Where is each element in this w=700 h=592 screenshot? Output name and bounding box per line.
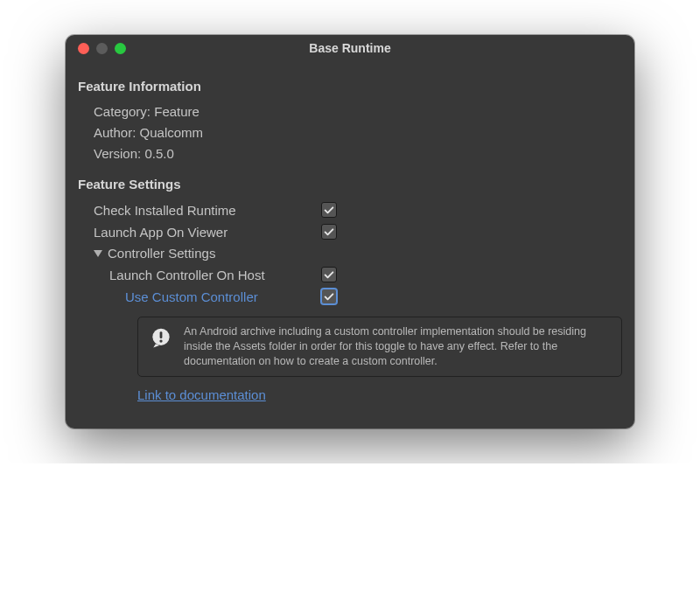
feature-settings-header: Feature Settings bbox=[78, 177, 622, 192]
feature-settings: Check Installed Runtime Launch App On Vi… bbox=[78, 202, 622, 402]
checkmark-icon bbox=[323, 268, 335, 281]
feature-information: Category: Feature Author: Qualcomm Versi… bbox=[78, 104, 622, 161]
author-line: Author: Qualcomm bbox=[94, 125, 622, 140]
feature-information-header: Feature Information bbox=[78, 79, 622, 94]
traffic-lights bbox=[66, 43, 126, 54]
category-label: Category: bbox=[94, 104, 150, 119]
author-value: Qualcomm bbox=[140, 125, 204, 140]
launch-app-on-viewer-row: Launch App On Viewer bbox=[94, 224, 622, 240]
use-custom-controller-row: Use Custom Controller bbox=[94, 289, 622, 304]
version-line: Version: 0.5.0 bbox=[94, 146, 622, 161]
check-installed-runtime-label: Check Installed Runtime bbox=[94, 203, 321, 218]
controller-settings-label: Controller Settings bbox=[108, 246, 215, 261]
help-text: An Android archive including a custom co… bbox=[184, 324, 611, 369]
svg-rect-1 bbox=[160, 331, 163, 338]
checkmark-icon bbox=[323, 290, 335, 303]
author-label: Author: bbox=[94, 125, 136, 140]
minimize-icon[interactable] bbox=[96, 43, 108, 54]
launch-controller-on-host-row: Launch Controller On Host bbox=[94, 267, 622, 282]
controller-settings-foldout[interactable]: Controller Settings bbox=[94, 246, 622, 261]
checkmark-icon bbox=[323, 226, 335, 238]
close-icon[interactable] bbox=[78, 43, 89, 54]
use-custom-controller-checkbox[interactable] bbox=[321, 289, 337, 304]
version-label: Version: bbox=[94, 146, 141, 161]
launch-controller-on-host-checkbox[interactable] bbox=[321, 267, 337, 282]
launch-controller-on-host-label: Launch Controller On Host bbox=[94, 268, 321, 282]
category-value: Feature bbox=[154, 104, 200, 119]
window-title: Base Runtime bbox=[66, 41, 634, 55]
version-value: 0.5.0 bbox=[144, 146, 173, 161]
check-installed-runtime-checkbox[interactable] bbox=[321, 202, 337, 218]
launch-app-on-viewer-checkbox[interactable] bbox=[321, 224, 337, 240]
titlebar: Base Runtime bbox=[66, 35, 634, 61]
window: Base Runtime Feature Information Categor… bbox=[66, 35, 634, 428]
help-box: An Android archive including a custom co… bbox=[137, 317, 622, 377]
checkmark-icon bbox=[323, 204, 335, 216]
check-installed-runtime-row: Check Installed Runtime bbox=[94, 202, 622, 218]
content: Feature Information Category: Feature Au… bbox=[66, 61, 634, 428]
documentation-link[interactable]: Link to documentation bbox=[137, 387, 266, 402]
use-custom-controller-label: Use Custom Controller bbox=[94, 289, 321, 304]
category-line: Category: Feature bbox=[94, 104, 622, 119]
maximize-icon[interactable] bbox=[115, 43, 126, 54]
launch-app-on-viewer-label: Launch App On Viewer bbox=[94, 225, 321, 240]
svg-point-2 bbox=[159, 339, 162, 342]
warning-icon bbox=[149, 326, 173, 353]
chevron-down-icon bbox=[94, 250, 102, 257]
